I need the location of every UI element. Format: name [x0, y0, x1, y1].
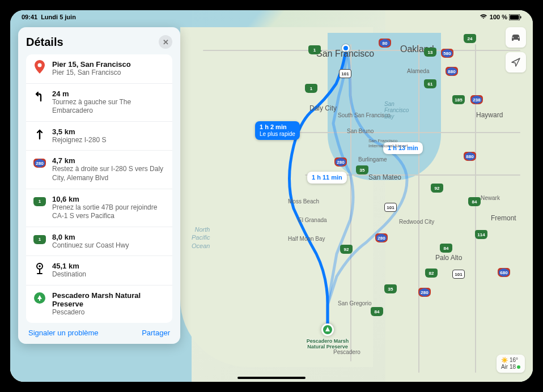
aqi-dot-icon [517, 365, 520, 369]
shield-ca1a: 1 [308, 45, 321, 54]
route-primary-callout[interactable]: 1 h 2 min Le plus rapide [255, 121, 300, 140]
shield-ca84b: 84 [371, 307, 383, 316]
label-ocean: North Pacific Ocean [192, 225, 210, 250]
destination-pin[interactable]: Pescadero Marsh Natural Preserve [321, 323, 334, 336]
city-fremont: Fremont [491, 214, 516, 222]
step-instruction: Continuez sur Coast Hwy [52, 241, 129, 250]
shield-us101a: 101 [339, 69, 351, 78]
shield-i280a: 280 [334, 157, 347, 167]
label-sf-airport: San Francisco International Airport [368, 138, 408, 148]
city-hayward: Hayward [476, 111, 503, 119]
shield-i80: 80 [379, 39, 391, 48]
svg-rect-2 [520, 16, 521, 18]
city-hmb: Half Moon Bay [288, 236, 325, 242]
straight-icon [33, 127, 46, 141]
city-burlingame: Burlingame [358, 156, 387, 163]
city-mossbeach: Moss Beach [288, 198, 319, 204]
label-sfbay: San Francisco Bay [384, 101, 418, 120]
city-sangregorio: San Gregorio [338, 300, 371, 306]
step-origin[interactable]: Pier 15, San Francisco Pier 15, San Fran… [26, 54, 172, 84]
destination-pin-label: Pescadero Marsh Natural Preserve [307, 339, 349, 350]
shield-ca35a: 35 [356, 165, 368, 174]
close-button[interactable]: ✕ [159, 35, 172, 49]
shield-ca84a: 84 [468, 197, 481, 206]
step-distance: 24 m [52, 90, 166, 98]
ipad-frame: 09:41 Lundi 5 juin 100 % [0, 0, 543, 392]
shield-us101c: 101 [452, 270, 465, 279]
city-ssf: South San Francisco [338, 112, 391, 118]
destination-subtitle: Pescadero [52, 308, 166, 317]
shield-i880a: 880 [446, 67, 458, 76]
panel-title: Détails [26, 36, 63, 49]
status-bar: 09:41 Lundi 5 juin 100 % [10, 10, 533, 23]
home-indicator[interactable] [237, 377, 306, 379]
interstate-280-icon: 280 [33, 156, 46, 170]
car-icon [510, 33, 521, 42]
turn-left-icon [33, 90, 46, 103]
city-elgranada: El Granada [298, 217, 327, 223]
shield-ca185: 185 [452, 95, 465, 104]
step-instruction: Tournez à gauche sur The Embarcadero [52, 98, 166, 116]
origin-subtitle: Pier 15, San Francisco [52, 69, 131, 78]
step-row[interactable]: 3,5 km Rejoignez I-280 S [26, 122, 172, 151]
status-time: 09:41 [22, 14, 37, 20]
weather-temp: 16° [510, 357, 518, 364]
city-pescadero: Pescadero [333, 349, 360, 355]
svg-point-5 [39, 266, 40, 267]
battery-indicator: 100 % [490, 14, 521, 20]
city-sanfrancisco: San Francisco [316, 49, 374, 59]
route-alt1-callout[interactable]: 1 h 11 min [307, 172, 347, 184]
shield-ca82: 82 [425, 269, 438, 278]
city-alameda: Alameda [407, 68, 429, 74]
shield-i238: 238 [470, 95, 483, 104]
shield-i580: 580 [441, 49, 453, 58]
ca-1-icon: 1 [33, 195, 46, 208]
step-distance: 3,5 km [52, 127, 106, 136]
svg-rect-1 [510, 15, 519, 19]
shield-i680: 680 [498, 268, 510, 277]
step-destination[interactable]: Pescadero Marsh Natural Preserve Pescade… [26, 286, 172, 323]
route-primary-note: Le plus rapide [260, 131, 295, 138]
share-link[interactable]: Partager [142, 329, 170, 337]
locate-me-button[interactable] [506, 52, 526, 73]
location-arrow-icon [511, 57, 521, 67]
directions-list: Pier 15, San Francisco Pier 15, San Fran… [26, 54, 172, 323]
shield-ca92b: 92 [340, 245, 353, 254]
shield-ca114: 114 [475, 230, 487, 239]
status-date: Lundi 5 juin [41, 14, 76, 20]
weather-aqi: Air 18 [501, 364, 516, 370]
wifi-icon [480, 14, 487, 20]
svg-point-3 [38, 63, 42, 67]
step-instruction: Restez à droite sur I-280 S vers Daly Ci… [52, 165, 166, 182]
shield-ca92a: 92 [431, 184, 443, 193]
details-panel: Détails ✕ Pier 15, San Francisco Pier 15… [18, 27, 180, 344]
shield-ca13: 13 [424, 48, 436, 57]
step-instruction: Destination [52, 270, 86, 279]
destination-title: Pescadero Marsh Natural Preserve [52, 291, 166, 308]
shield-ca24: 24 [464, 34, 476, 43]
route-primary-time: 1 h 2 min [260, 123, 287, 130]
step-row[interactable]: 280 4,7 km Restez à droite sur I-280 S v… [26, 151, 172, 189]
shield-us101b: 101 [384, 203, 397, 212]
battery-percent: 100 % [490, 14, 507, 20]
screen: 09:41 Lundi 5 juin 100 % [10, 10, 533, 382]
step-distance: 4,7 km [52, 156, 166, 165]
sun-icon: ☀️ [501, 357, 508, 364]
origin-pin-icon [33, 60, 46, 74]
report-problem-link[interactable]: Signaler un problème [28, 329, 99, 337]
driving-mode-button[interactable] [506, 27, 526, 48]
ca-1-icon: 1 [33, 233, 46, 246]
step-instruction: Prenez la sortie 47B pour rejoindre CA-1… [52, 203, 166, 221]
step-row[interactable]: 1 8,0 km Continuez sur Coast Hwy [26, 227, 172, 257]
city-redwood: Redwood City [399, 219, 434, 225]
step-row[interactable]: 45,1 km Destination [26, 256, 172, 286]
step-distance: 10,6 km [52, 195, 166, 203]
step-instruction: Rejoignez I-280 S [52, 136, 106, 145]
shield-ca61: 61 [424, 79, 436, 88]
step-row[interactable]: 24 m Tournez à gauche sur The Embarcader… [26, 84, 172, 122]
weather-badge[interactable]: ☀️16° Air 18 [497, 355, 525, 373]
step-row[interactable]: 1 10,6 km Prenez la sortie 47B pour rejo… [26, 189, 172, 227]
park-pin-icon [33, 291, 46, 305]
shield-ca84c: 84 [440, 244, 452, 253]
step-distance: 45,1 km [52, 262, 86, 270]
